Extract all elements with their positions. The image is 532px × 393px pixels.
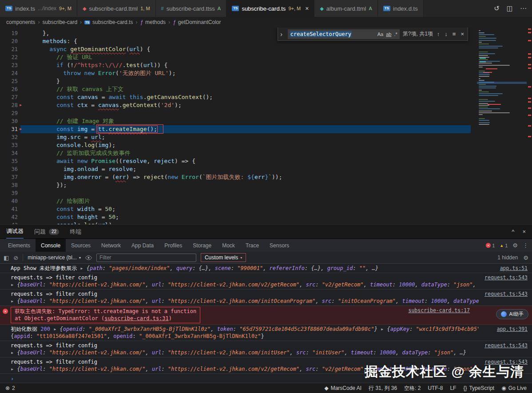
code-line[interactable]: 31▶ const img = tt.createImage(); <box>0 125 471 133</box>
log-levels-dropdown[interactable]: Custom levels ▾ <box>201 253 246 262</box>
match-case-button[interactable]: Aa <box>377 32 383 37</box>
line-number[interactable]: 39 <box>0 189 18 197</box>
line-number[interactable]: 19 <box>0 29 18 37</box>
devtools-tab-trace[interactable]: Trace <box>240 239 264 252</box>
line-number[interactable]: 34 <box>0 149 18 157</box>
line-number[interactable]: 30 <box>0 117 18 125</box>
status-indentation[interactable]: 空格: 2 <box>404 385 421 392</box>
find-previous-icon[interactable]: ↑ <box>436 31 441 37</box>
console-prompt-icon[interactable]: › <box>11 376 14 382</box>
ai-assistant-button[interactable]: AI助手 <box>496 309 528 319</box>
regex-button[interactable]: .* <box>394 32 397 37</box>
breadcrumb-item[interactable]: subscribe-card <box>42 19 77 25</box>
code-line[interactable]: 22 // 验证 URL <box>0 53 471 61</box>
panel-tab-问题[interactable]: 问题22 <box>34 225 59 238</box>
console-error-count[interactable]: ×1 <box>486 243 495 248</box>
line-number[interactable]: 42 <box>0 213 18 221</box>
split-editor-icon[interactable]: ◫ <box>507 4 513 12</box>
line-number[interactable]: 43 <box>0 221 18 224</box>
panel-tab-终端[interactable]: 终端 <box>70 225 81 238</box>
line-number[interactable]: 23 <box>0 61 18 69</box>
line-number[interactable]: 37 <box>0 173 18 181</box>
panel-close-icon[interactable]: × <box>522 228 526 235</box>
devtools-settings-icon[interactable]: ⚙ <box>512 242 518 249</box>
code-line[interactable]: 27 const canvas = await this.getCanvasCo… <box>0 93 471 101</box>
console-filter-input[interactable] <box>96 254 196 262</box>
console-source-link[interactable]: request.ts:543 <box>484 291 528 297</box>
code-line[interactable]: 39 <box>0 189 471 197</box>
console-warning-count[interactable]: ▲1 <box>500 243 508 248</box>
console-settings-icon[interactable]: ⚙ <box>523 254 528 261</box>
line-number[interactable]: 38 <box>0 181 18 189</box>
breadcrumb-item[interactable]: components <box>6 19 35 25</box>
find-input[interactable]: createSelectorQuery Aa ab .* <box>288 29 400 39</box>
find-in-selection-icon[interactable]: ≡ <box>452 31 457 37</box>
code-area[interactable]: 19 },20 methods: {21 async getDominantCo… <box>0 29 471 224</box>
find-next-icon[interactable]: ↓ <box>444 31 449 37</box>
line-number[interactable]: 33 <box>0 141 18 149</box>
more-actions-icon[interactable]: ⋯ <box>520 4 527 12</box>
editor[interactable]: 19 },20 methods: {21 async getDominantCo… <box>0 28 532 224</box>
tab-album-card-ttml[interactable]: ◆album-card.ttmlA <box>314 0 377 17</box>
breadcrumb-item[interactable]: ƒgetDominantColor <box>173 19 221 25</box>
status-language[interactable]: {} TypeScript <box>463 385 494 391</box>
live-expression-icon[interactable] <box>85 255 92 260</box>
line-number[interactable]: 40 <box>0 197 18 205</box>
code-line[interactable]: 40 // 绘制图片 <box>0 197 471 205</box>
console-source-link[interactable]: app.ts:51 <box>500 265 528 271</box>
code-line[interactable]: 41 const width = 50; <box>0 205 471 213</box>
history-icon[interactable]: ↺ <box>494 4 500 12</box>
devtools-tab-elements[interactable]: Elements <box>3 239 36 252</box>
tab-index-ts[interactable]: TSindex.ts.../index9+, M <box>0 0 77 17</box>
code-line[interactable]: 36 img.onload = resolve; <box>0 165 471 173</box>
devtools-tab-sensors[interactable]: Sensors <box>264 239 294 252</box>
code-line[interactable]: 42 const height = 50; <box>0 213 471 221</box>
devtools-tab-console[interactable]: Console <box>36 239 66 252</box>
whole-word-button[interactable]: ab <box>386 32 391 37</box>
line-number[interactable]: 22 <box>0 53 18 61</box>
line-number[interactable]: 26 <box>0 85 18 93</box>
code-line[interactable]: 30 // 创建 Image 对象 <box>0 117 471 125</box>
code-line[interactable]: 32 img.src = url; <box>0 133 471 141</box>
code-line[interactable]: 29 <box>0 109 471 117</box>
code-line[interactable]: 33 console.log(img); <box>0 141 471 149</box>
devtools-tab-app-data[interactable]: App Data <box>126 239 159 252</box>
line-number[interactable]: 21 <box>0 45 18 53</box>
devtools-tab-network[interactable]: Network <box>96 239 126 252</box>
tab-subscribe-card-ts[interactable]: TSsubscribe-card.ts9+, M× <box>226 0 314 17</box>
line-number[interactable]: 20 <box>0 37 18 45</box>
clear-console-icon[interactable]: ⊘ <box>13 254 18 261</box>
status-problems[interactable]: ⊗ 2 <box>5 385 15 391</box>
console-source-link[interactable]: request.ts:543 <box>484 359 528 365</box>
line-number[interactable]: 35 <box>0 157 18 165</box>
line-number[interactable]: 36 <box>0 165 18 173</box>
line-number[interactable]: 41 <box>0 205 18 213</box>
console-source-link[interactable]: request.ts:543 <box>484 274 528 281</box>
line-number[interactable]: 25 <box>0 77 18 85</box>
panel-tab-调试器[interactable]: 调试器 <box>6 225 24 238</box>
line-number[interactable]: 28 <box>0 101 18 109</box>
code-line[interactable]: 24 throw new Error('无效的图片 URL'); <box>0 69 471 77</box>
devtools-tab-sources[interactable]: Sources <box>66 239 96 252</box>
code-line[interactable]: 34 // 监听加载完成或失败事件 <box>0 149 471 157</box>
devtools-tab-profiles[interactable]: Profiles <box>159 239 187 252</box>
devtools-tab-storage[interactable]: Storage <box>187 239 217 252</box>
line-number[interactable]: 27 <box>0 93 18 101</box>
status-cursor-position[interactable]: 行 31, 列 36 <box>369 385 397 392</box>
code-line[interactable]: 38 }); <box>0 181 471 189</box>
code-line[interactable]: 35 await new Promise((resolve, reject) =… <box>0 157 471 165</box>
code-line[interactable]: 37 img.onerror = (err) => reject(new Err… <box>0 173 471 181</box>
code-line[interactable]: 23 if (!/^https?:\/\//.test(url)) { <box>0 61 471 69</box>
breadcrumb-item[interactable]: ƒmethods <box>140 19 166 25</box>
line-number[interactable]: 31 <box>0 125 18 133</box>
code-line[interactable]: 21 async getDominantColor(url) { <box>0 45 471 53</box>
console-source-link[interactable]: subscribe-card.ts:17 <box>409 307 470 314</box>
tab-subscribe-card-ttss[interactable]: #subscribe-card.ttssA <box>156 0 227 17</box>
breadcrumb-item[interactable]: TSsubscribe-card.ts <box>84 19 133 25</box>
line-number[interactable]: 32 <box>0 133 18 141</box>
line-number[interactable]: 29 <box>0 109 18 117</box>
console-sidebar-icon[interactable]: ◧ <box>4 254 9 261</box>
code-line[interactable]: 26 // 获取 canvas 上下文 <box>0 85 471 93</box>
error-source-link[interactable]: subscribe-card.ts:31 <box>104 315 169 322</box>
line-number[interactable]: 24 <box>0 69 18 77</box>
